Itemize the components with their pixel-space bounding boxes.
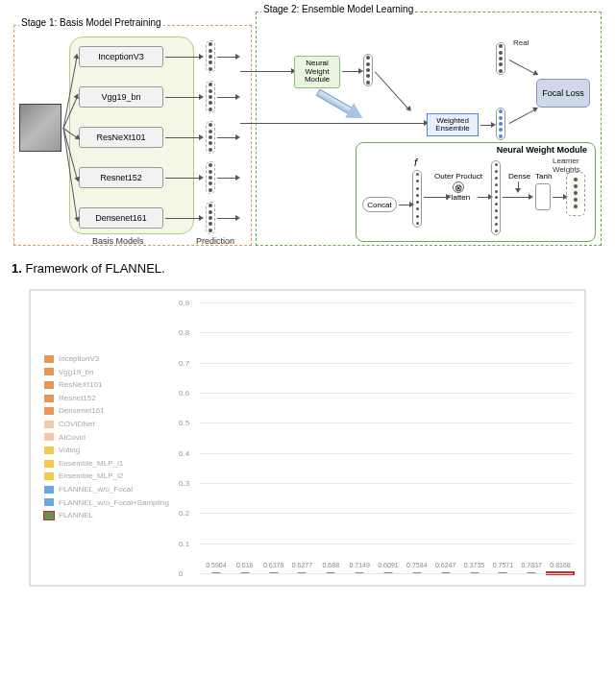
arrow-pred-out (217, 137, 236, 138)
basis-model-box: Vgg19_bn (79, 86, 163, 108)
legend-item: Resnet152 (44, 392, 169, 405)
figure-chart: InceptionV3Vgg19_bnResNeXt101Resnet152De… (29, 289, 586, 587)
arrow-we-out (480, 125, 492, 126)
flatten-vector (491, 160, 501, 235)
legend-label: Densenet161 (59, 404, 105, 418)
nwm-detail-title: Neural Weight Module (497, 145, 587, 155)
legend-item: Ensemble_MLP_l1 (44, 457, 169, 471)
prediction-dots (206, 40, 215, 73)
real-vector (496, 42, 505, 75)
outer-product-icon: ⊗ (453, 181, 464, 193)
learner-weights-box (566, 172, 585, 216)
bar-value-label: 0.7584 (406, 562, 427, 568)
figure1-caption: 1. Framework of FLANNEL. (12, 261, 603, 276)
bar-value-label: 0.616 (236, 562, 254, 568)
legend-swatch (44, 460, 54, 468)
real-label: Real (513, 38, 529, 47)
bar-value-label: 0.7837 (521, 562, 541, 568)
legend-swatch (44, 486, 54, 494)
arrow-to-outer (424, 197, 447, 198)
bar-value-label: 0.5904 (206, 562, 226, 568)
arrow-pred-out (217, 178, 236, 179)
arrow-concat-out (399, 205, 410, 205)
prediction-dots (206, 202, 215, 234)
prediction-dots (206, 81, 215, 113)
concat-box: Concat (362, 197, 397, 212)
legend-label: COVIDNet (59, 418, 95, 431)
arrow-model-to-pred (165, 137, 200, 138)
basis-model-box: ResNeXt101 (79, 127, 163, 148)
legend-swatch (44, 447, 54, 454)
basis-model-box: Densenet161 (79, 207, 163, 229)
legend-label: Resnet152 (59, 392, 96, 405)
legend-item: Densenet161 (44, 404, 169, 418)
legend-label: Ensemble_MLP_l1 (59, 457, 123, 471)
tanh-label: Tanh (535, 172, 552, 181)
bar-value-label: 0.6378 (263, 562, 283, 568)
y-tick-label: 0.8 (179, 328, 189, 337)
gridline (200, 332, 573, 333)
bar-value-label: 0.688 (323, 562, 340, 568)
bar-value-label: 0.7571 (493, 562, 513, 568)
legend-item: ResNeXt101 (44, 378, 169, 392)
gridline (200, 422, 573, 423)
dense-label: Dense (508, 172, 530, 181)
legend-swatch (44, 498, 54, 506)
y-tick-label: 0 (179, 569, 183, 578)
arrow-tanh-out (553, 197, 564, 198)
gridline (200, 393, 573, 394)
legend-item: FLANNEL_w/o_Focal+Sampling (44, 496, 169, 510)
prediction-label: Prediction (196, 236, 234, 246)
legend-item: AICovid (44, 431, 169, 445)
prediction-vector (496, 108, 505, 140)
legend-swatch (44, 368, 54, 375)
chart-plot: 0.59040.6160.63780.62770.6880.71490.6091… (200, 302, 573, 573)
arrow-dense-down (518, 181, 519, 189)
arrow-model-to-pred (165, 178, 200, 179)
basis-model-box: Resnet152 (79, 167, 163, 188)
chart-bars: 0.59040.6160.63780.62770.6880.71490.6091… (204, 302, 573, 573)
bar-value-label: 0.6247 (435, 562, 455, 568)
legend-swatch (44, 512, 54, 519)
bar-value-label: 0.8168 (550, 562, 570, 568)
legend-item: Vgg19_bn (44, 366, 169, 379)
gridline (200, 453, 573, 454)
legend-swatch (44, 395, 54, 402)
gridline (200, 363, 573, 364)
gridline (200, 573, 573, 574)
arrow-pred-out (217, 97, 236, 98)
gridline (200, 483, 573, 484)
legend-label: Voting (59, 444, 80, 457)
y-tick-label: 0.2 (179, 509, 189, 518)
y-tick-label: 0.4 (179, 448, 189, 457)
bar-value-label: 0.3735 (464, 562, 484, 568)
basis-model-box: InceptionV3 (79, 46, 163, 67)
legend-label: FLANNEL (59, 509, 93, 522)
weight-vector (363, 54, 373, 86)
legend-label: FLANNEL_w/o_Focal (59, 483, 133, 496)
gridline (200, 302, 573, 303)
chart-legend: InceptionV3Vgg19_bnResNeXt101Resnet152De… (44, 352, 169, 522)
arrow-pred-out (217, 218, 236, 219)
gridline (200, 543, 573, 544)
arrow-model-to-pred (165, 218, 200, 219)
legend-swatch (44, 433, 54, 441)
arrow-to-flatten-vec (478, 197, 489, 198)
stage1-label: Stage 1: Basis Model Pretraining (19, 17, 163, 28)
concat-vector (412, 170, 422, 228)
arrow-to-nwm (240, 71, 292, 72)
y-tick-label: 0.9 (179, 299, 189, 307)
bar-value-label: 0.7149 (349, 562, 369, 568)
y-tick-label: 0.7 (179, 358, 189, 367)
legend-swatch (44, 381, 54, 389)
tanh-block (535, 183, 551, 210)
f-symbol: f (414, 157, 417, 168)
legend-item: FLANNEL_w/o_Focal (44, 483, 169, 496)
prediction-dots (206, 161, 215, 194)
xray-image (19, 104, 62, 152)
arrow-pred-out (217, 57, 236, 58)
neural-weight-module-box: Neural Weight Module (294, 56, 340, 88)
legend-item: Ensemble_MLP_l2 (44, 470, 169, 483)
prediction-dots (206, 121, 215, 154)
y-tick-label: 0.3 (179, 479, 189, 488)
